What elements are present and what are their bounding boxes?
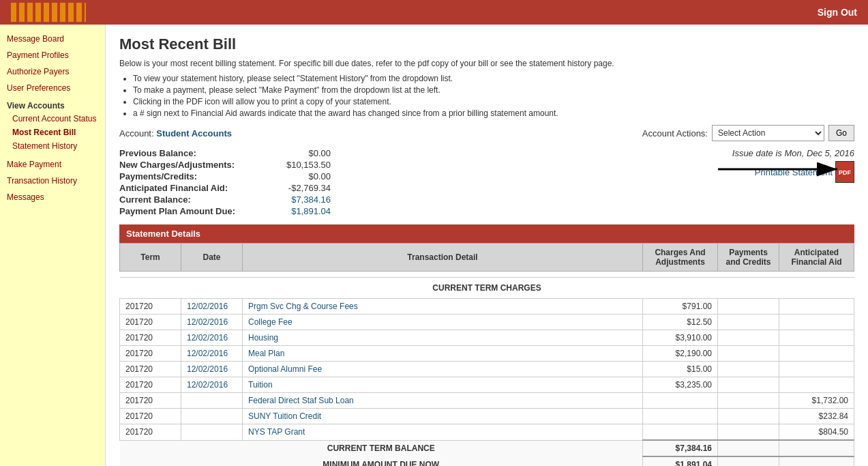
cell-date: 12/02/2016 bbox=[181, 362, 243, 377]
cell-term: 201720 bbox=[120, 362, 181, 377]
table-row: 201720 12/02/2016 Optional Alumni Fee $1… bbox=[120, 362, 854, 377]
logo bbox=[11, 3, 86, 22]
page-title: Most Recent Bill bbox=[119, 35, 854, 53]
arrow-indicator bbox=[677, 190, 854, 210]
cell-finaid bbox=[779, 330, 854, 346]
cell-date: 12/02/2016 bbox=[181, 315, 243, 330]
sidebar-item-statement-history[interactable]: Statement History bbox=[5, 139, 100, 153]
cell-finaid bbox=[779, 362, 854, 377]
go-button[interactable]: Go bbox=[828, 125, 854, 141]
cell-term: 201720 bbox=[120, 393, 181, 409]
balance-financial-aid: Anticipated Financial Aid: -$2,769.34 bbox=[119, 183, 331, 193]
sign-out-button[interactable]: Sign Out bbox=[818, 7, 857, 18]
section-header-current-term: CURRENT TERM CHARGES bbox=[120, 278, 854, 299]
cell-date bbox=[181, 424, 243, 441]
top-header: Sign Out bbox=[0, 0, 868, 25]
account-actions: Account Actions: Select Action Make Paym… bbox=[642, 125, 854, 141]
cell-term: 201720 bbox=[120, 346, 181, 362]
cell-date: 12/02/2016 bbox=[181, 299, 243, 315]
cell-finaid bbox=[779, 346, 854, 362]
sidebar-item-messages[interactable]: Messages bbox=[5, 190, 100, 205]
sidebar-item-current-account-status[interactable]: Current Account Status bbox=[5, 112, 100, 126]
sidebar-item-payment-profiles[interactable]: Payment Profiles bbox=[5, 48, 100, 63]
action-select[interactable]: Select Action Make Payment Statement His… bbox=[712, 125, 824, 141]
main-layout: Message Board Payment Profiles Authorize… bbox=[0, 25, 868, 466]
cell-charges bbox=[643, 393, 718, 409]
cell-finaid bbox=[779, 299, 854, 315]
summary-value-minimum: $1,891.04 bbox=[643, 456, 718, 466]
col-date: Date bbox=[181, 244, 243, 272]
cell-finaid: $1,732.00 bbox=[779, 393, 854, 409]
sidebar-item-transaction-history[interactable]: Transaction History bbox=[5, 173, 100, 188]
cell-date bbox=[181, 393, 243, 409]
cell-detail: NYS TAP Grant bbox=[243, 424, 643, 441]
col-payments: Payments and Credits bbox=[718, 244, 779, 272]
cell-charges: $3,235.00 bbox=[643, 377, 718, 393]
cell-detail: College Fee bbox=[243, 315, 643, 330]
account-name-link[interactable]: Student Accounts bbox=[156, 128, 232, 139]
cell-term: 201720 bbox=[120, 409, 181, 424]
cell-detail: Federal Direct Staf Sub Loan bbox=[243, 393, 643, 409]
sidebar-item-authorize-payers[interactable]: Authorize Payers bbox=[5, 64, 100, 79]
table-row: 201720 SUNY Tuition Credit $232.84 bbox=[120, 409, 854, 424]
cell-charges: $791.00 bbox=[643, 299, 718, 315]
balance-payment-plan: Payment Plan Amount Due: $1,891.04 bbox=[119, 206, 331, 216]
col-financial-aid: Anticipated Financial Aid bbox=[779, 244, 854, 272]
balance-section: Previous Balance: $0.00 New Charges/Adju… bbox=[119, 148, 331, 218]
cell-detail: Prgm Svc Chg & Course Fees bbox=[243, 299, 643, 315]
sidebar-item-message-board[interactable]: Message Board bbox=[5, 31, 100, 46]
cell-payments bbox=[718, 424, 779, 441]
cell-detail: SUNY Tuition Credit bbox=[243, 409, 643, 424]
account-actions-label: Account Actions: bbox=[642, 128, 708, 139]
cell-term: 201720 bbox=[120, 330, 181, 346]
table-row: 201720 12/02/2016 Prgm Svc Chg & Course … bbox=[120, 299, 854, 315]
cell-detail: Tuition bbox=[243, 377, 643, 393]
sidebar-item-make-payment[interactable]: Make Payment bbox=[5, 157, 100, 172]
cell-charges: $2,190.00 bbox=[643, 346, 718, 362]
cell-finaid: $232.84 bbox=[779, 409, 854, 424]
cell-term: 201720 bbox=[120, 315, 181, 330]
cell-detail: Meal Plan bbox=[243, 346, 643, 362]
bullet-item-2: To make a payment, please select "Make P… bbox=[133, 85, 854, 95]
table-row: 201720 12/02/2016 Tuition $3,235.00 bbox=[120, 377, 854, 393]
col-transaction: Transaction Detail bbox=[243, 244, 643, 272]
bullet-item-1: To view your statement history, please s… bbox=[133, 74, 854, 83]
summary-row-balance: CURRENT TERM BALANCE $7,384.16 bbox=[120, 440, 854, 456]
balance-payments: Payments/Credits: $0.00 bbox=[119, 171, 331, 181]
cell-term: 201720 bbox=[120, 424, 181, 441]
cell-term: 201720 bbox=[120, 377, 181, 393]
table-row: 201720 NYS TAP Grant $804.50 bbox=[120, 424, 854, 441]
sidebar-item-most-recent-bill[interactable]: Most Recent Bill bbox=[5, 126, 100, 139]
account-bar: Account: Student Accounts Account Action… bbox=[119, 125, 854, 141]
summary-label-balance: CURRENT TERM BALANCE bbox=[120, 440, 643, 456]
sidebar-item-user-preferences[interactable]: User Preferences bbox=[5, 81, 100, 96]
intro-text: Below is your most recent billing statem… bbox=[119, 59, 854, 68]
table-row: 201720 12/02/2016 Housing $3,910.00 bbox=[120, 330, 854, 346]
bullet-item-3: Clicking in the PDF icon will allow you … bbox=[133, 97, 854, 106]
cell-charges: $3,910.00 bbox=[643, 330, 718, 346]
cell-date bbox=[181, 409, 243, 424]
cell-payments bbox=[718, 346, 779, 362]
cell-date: 12/02/2016 bbox=[181, 377, 243, 393]
cell-term: 201720 bbox=[120, 299, 181, 315]
cell-payments bbox=[718, 315, 779, 330]
summary-label-minimum: MINIMUM AMOUNT DUE NOW bbox=[120, 456, 643, 466]
cell-payments bbox=[718, 409, 779, 424]
cell-charges bbox=[643, 409, 718, 424]
col-term: Term bbox=[120, 244, 181, 272]
cell-date: 12/02/2016 bbox=[181, 346, 243, 362]
balance-new-charges: New Charges/Adjustments: $10,153.50 bbox=[119, 160, 331, 170]
cell-finaid: $804.50 bbox=[779, 424, 854, 441]
cell-detail: Housing bbox=[243, 330, 643, 346]
sidebar-section-view-accounts: View Accounts bbox=[5, 97, 100, 112]
cell-payments bbox=[718, 393, 779, 409]
cell-payments bbox=[718, 330, 779, 346]
cell-payments bbox=[718, 299, 779, 315]
bill-right-panel: Issue date is Mon, Dec 5, 2016 Printable… bbox=[677, 148, 854, 210]
cell-charges bbox=[643, 424, 718, 441]
cell-detail: Optional Alumni Fee bbox=[243, 362, 643, 377]
arrow-svg bbox=[711, 156, 861, 183]
cell-charges: $15.00 bbox=[643, 362, 718, 377]
account-label: Account: Student Accounts bbox=[119, 128, 232, 139]
col-charges: Charges And Adjustments bbox=[643, 244, 718, 272]
